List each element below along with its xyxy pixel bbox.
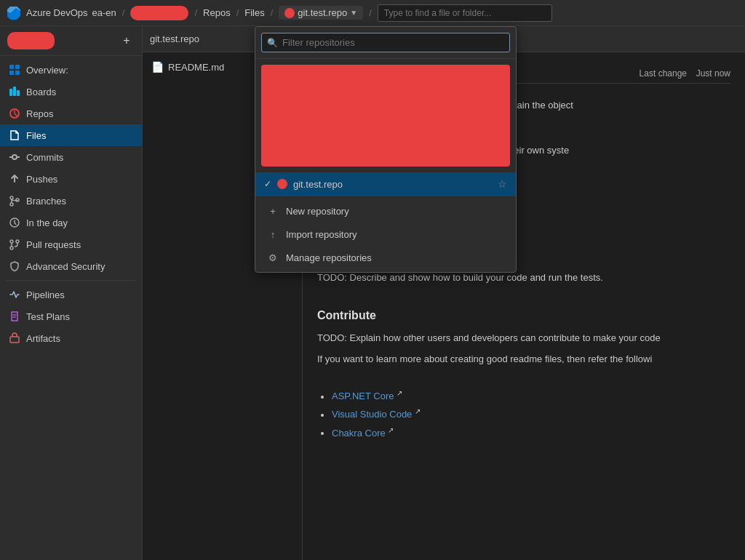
pushes-icon [9, 173, 20, 185]
vscode-link[interactable]: Visual Studio Code [332, 409, 412, 420]
new-repository-action[interactable]: + New repository [255, 199, 516, 223]
svg-rect-5 [9, 89, 12, 96]
sidebar-item-commits[interactable]: Commits [0, 146, 142, 168]
svg-rect-6 [13, 87, 16, 96]
files-icon [9, 129, 20, 141]
col-last-change: Last change [599, 68, 687, 79]
sidebar-item-files[interactable]: Files [0, 124, 142, 146]
sidebar-item-advanced-security[interactable]: Advanced Security [0, 255, 142, 277]
dropdown-actions: + New repository ↑ Import repository ⚙ M… [255, 196, 516, 272]
in-the-day-icon [9, 217, 20, 228]
boards-label: Boards [26, 87, 56, 97]
sidebar-project [7, 32, 55, 49]
svg-point-0 [286, 9, 293, 17]
import-repository-label: Import repository [286, 229, 357, 240]
svg-rect-7 [17, 90, 20, 96]
advanced-security-label: Advanced Security [26, 261, 105, 272]
sep4: / [271, 7, 274, 18]
sidebar-item-in-the-day[interactable]: In the day [0, 212, 142, 233]
dropdown-redacted-area [261, 65, 510, 167]
file-name: README.md [168, 62, 224, 73]
dropdown-repo-item[interactable]: ✓ git.test.repo ☆ [255, 172, 516, 196]
contribute-text1: TODO: Explain how other users and develo… [317, 331, 730, 346]
sidebar-nav: Overview: Boards [0, 56, 142, 560]
external-link-icon: ↗ [397, 389, 402, 397]
commits-label: Commits [26, 152, 63, 163]
repos-breadcrumb[interactable]: Repos [203, 7, 231, 18]
branches-label: Branches [26, 196, 66, 207]
commits-icon [9, 151, 20, 163]
azure-devops-logo [6, 5, 22, 21]
manage-repositories-action[interactable]: ⚙ Manage repositories [255, 246, 516, 269]
repos-label: Repos [26, 108, 54, 119]
sidebar-header: + [0, 26, 142, 56]
sep1: / [122, 7, 125, 18]
topbar: Azure DevOps ea-en / / Repos / Files / g… [0, 0, 745, 26]
repo-icon [284, 8, 295, 18]
pull-requests-icon [9, 239, 20, 250]
svg-rect-1 [9, 65, 14, 69]
manage-repositories-label: Manage repositories [286, 252, 372, 263]
svg-point-18 [16, 240, 19, 243]
list-item-vscode: Visual Studio Code ↗ [332, 406, 730, 423]
pushes-label: Pushes [26, 174, 57, 185]
plus-icon: + [267, 205, 279, 217]
sidebar-item-pipelines[interactable]: Pipelines [0, 284, 142, 305]
pipelines-label: Pipelines [26, 289, 65, 300]
svg-rect-4 [15, 71, 20, 75]
pull-requests-label: Pull requests [26, 239, 81, 250]
col-timestamp: Just now [687, 68, 730, 79]
redacted-org [130, 6, 188, 20]
chakra-link[interactable]: Chakra Core [332, 428, 386, 439]
sidebar-item-overview[interactable]: Overview: [0, 59, 142, 81]
sidebar-item-artifacts[interactable]: Artifacts [0, 327, 142, 349]
dropdown-search [255, 27, 516, 59]
links-list: ASP.NET Core ↗ Visual Studio Code ↗ Chak… [317, 388, 730, 441]
file-icon: 📄 [151, 61, 164, 73]
files-breadcrumb[interactable]: Files [244, 7, 264, 18]
artifacts-label: Artifacts [26, 333, 60, 344]
filter-repos-input[interactable] [261, 33, 510, 52]
list-item-chakra: Chakra Core ↗ [332, 425, 730, 441]
svg-rect-3 [9, 71, 14, 75]
sidebar: + Overview: [0, 26, 143, 560]
dropdown-repo-left: ✓ git.test.repo [264, 179, 343, 190]
sidebar-item-pushes[interactable]: Pushes [0, 168, 142, 190]
repo-name-header: git.test.repo [150, 33, 199, 44]
repos-icon [9, 108, 20, 119]
repo-selector[interactable]: git.test.repo ▼ [279, 6, 363, 20]
artifacts-icon [9, 332, 20, 344]
sidebar-item-repos[interactable]: Repos [0, 103, 142, 124]
svg-point-17 [10, 247, 13, 249]
chevron-down-icon: ▼ [350, 9, 357, 17]
aspnet-link[interactable]: ASP.NET Core [332, 391, 394, 402]
overview-icon [9, 64, 20, 76]
org-name: Azure DevOps [26, 7, 88, 18]
repo-item-icon [277, 179, 287, 189]
svg-rect-19 [10, 337, 19, 343]
sidebar-item-branches[interactable]: Branches [0, 190, 142, 212]
sep2: / [194, 7, 197, 18]
project-avatar [7, 32, 55, 49]
boards-icon [9, 86, 20, 97]
add-button[interactable]: + [119, 33, 135, 49]
advanced-security-icon [9, 260, 20, 272]
in-the-day-label: In the day [26, 217, 68, 228]
branches-icon [9, 195, 20, 207]
sidebar-item-test-plans[interactable]: Test Plans [0, 305, 142, 327]
import-icon: ↑ [267, 228, 279, 240]
new-repository-label: New repository [286, 206, 349, 217]
test-plans-label: Test Plans [26, 311, 70, 322]
contribute-heading: Contribute [317, 306, 730, 325]
sidebar-item-boards[interactable]: Boards [0, 81, 142, 103]
svg-point-13 [10, 203, 13, 206]
star-icon[interactable]: ☆ [498, 178, 507, 190]
sidebar-item-pull-requests[interactable]: Pull requests [0, 233, 142, 255]
repo-dropdown: ✓ git.test.repo ☆ + New repository ↑ Imp… [255, 26, 517, 273]
sep5: / [369, 7, 372, 18]
import-repository-action[interactable]: ↑ Import repository [255, 223, 516, 246]
external-link-icon: ↗ [415, 407, 421, 415]
contribute-text2: If you want to learn more about creating… [317, 352, 730, 367]
find-file-input[interactable] [378, 4, 552, 22]
locale: ea-en [92, 7, 116, 18]
